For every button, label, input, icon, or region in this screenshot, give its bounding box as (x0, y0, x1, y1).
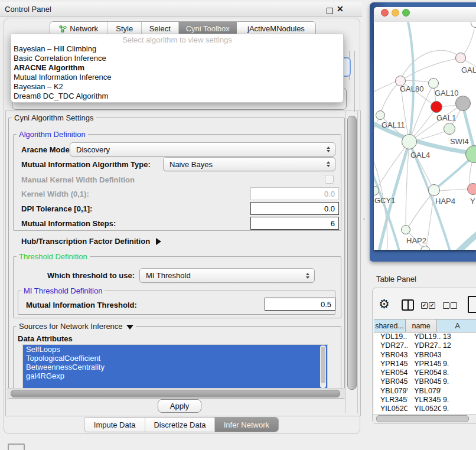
column-header-name[interactable]: name (406, 319, 437, 332)
control-panel-title: Control Panel (5, 5, 51, 14)
hub-definition-toggle[interactable]: Hub/Transcription Factor Definition (21, 236, 161, 246)
bottom-tab-discretize-data[interactable]: Discretize Data (145, 418, 214, 432)
network-node-label: GAL1 (436, 113, 456, 122)
network-node[interactable] (455, 96, 471, 111)
table-cell: YBR043C (407, 351, 441, 360)
settings-vscrollbar[interactable] (345, 111, 358, 413)
network-node-label: Y (470, 197, 475, 206)
table-cell: YBR043C (374, 351, 407, 360)
column-header-a[interactable]: A (437, 319, 476, 332)
tab-label: Cyni Toolbox (186, 24, 230, 33)
column-header-shared-[interactable]: shared... (374, 319, 406, 332)
network-node-hap2[interactable] (401, 225, 410, 234)
close-icon[interactable]: ✕ (337, 4, 344, 14)
table-row[interactable]: YPR145WYPR145W9. (374, 360, 476, 369)
dropdown-item[interactable]: Mutual Information Inference (13, 73, 341, 82)
network-node-hap4[interactable] (428, 184, 440, 196)
splitter-mark[interactable]: ‹ (363, 216, 365, 222)
network-icon (59, 25, 67, 32)
attributes-scrollbar[interactable] (320, 345, 326, 388)
dropdown-item[interactable]: Basic Correlation Inference (13, 54, 341, 63)
table-row[interactable]: YBR043CYBR043C (374, 351, 476, 360)
close-traffic-light-icon[interactable] (381, 9, 389, 17)
table-row[interactable]: YBR045CYBR045C9. (374, 377, 476, 386)
table-row[interactable]: YDR27...YDR27...12 (374, 341, 476, 350)
manual-kernel-checkbox[interactable] (325, 175, 334, 184)
bottom-tab-impute-data[interactable]: Impute Data (84, 418, 145, 432)
mi-type-select[interactable]: Naive Bayes (163, 157, 335, 171)
table-cell (441, 387, 476, 396)
minimize-traffic-light-icon[interactable] (392, 9, 399, 17)
groupbox-fragment-line (354, 51, 355, 112)
network-node-gal10[interactable] (428, 78, 439, 89)
attribute-item[interactable]: BetweennessCentrality (23, 363, 327, 371)
which-threshold-value: MI Threshold (140, 271, 306, 280)
dropdown-item[interactable]: Bayesian – K2 (13, 82, 341, 92)
deselect-all-checkbox-icon[interactable] (443, 302, 449, 309)
table-cell: 8. (441, 369, 476, 377)
dropdown-item[interactable]: Dream8 DC_TDC Algorithm (13, 92, 341, 101)
table-cell: YIL052C (407, 405, 441, 413)
attributes-scrollbar-thumb[interactable] (321, 347, 325, 383)
network-node-y[interactable] (467, 183, 476, 195)
sources-group-title[interactable]: Sources for Network Inference (17, 322, 136, 331)
settings-hscrollbar[interactable] (7, 388, 345, 399)
attribute-item[interactable]: gal4RGexp (23, 371, 327, 380)
network-node-gal1[interactable] (431, 101, 442, 113)
settings-hscrollbar-thumb[interactable] (11, 390, 340, 397)
zoom-traffic-light-icon[interactable] (402, 9, 410, 17)
table-cell: YER054C (374, 369, 407, 377)
data-attributes-list[interactable]: SelfLoopsTopologicalCoefficientBetweenne… (22, 344, 328, 390)
dropdown-item[interactable]: Bayesian – Hill Climbing (13, 44, 341, 54)
table-row[interactable]: YLR345WYLR345W9. (374, 396, 476, 405)
network-canvas[interactable]: GALGAL80GAL10GAL1GAL11SWI4GAL4GCY1HAP4YH… (374, 22, 476, 250)
select-all-checkbox-icon[interactable]: ✓ (421, 302, 428, 309)
aracne-mode-label: Aracne Mode: (21, 145, 72, 154)
stepper-arrows-icon (327, 146, 330, 152)
table-row[interactable]: YER054CYER054C8. (374, 369, 476, 377)
table-row[interactable]: YIL052CYIL052C9. (374, 405, 476, 413)
tab-label: Network (70, 24, 98, 33)
select-all-checkbox-icon[interactable]: ✓ (429, 302, 435, 309)
table-cell: YBR045C (374, 377, 407, 386)
settings-vscrollbar-thumb[interactable] (347, 116, 357, 390)
table-cell: 9. (441, 360, 476, 369)
mi-type-value: Naive Bayes (164, 160, 327, 169)
columns-icon[interactable] (402, 299, 414, 311)
which-threshold-label: Which threshold to use: (47, 271, 135, 280)
mi-steps-field[interactable]: 6 (250, 217, 339, 230)
attribute-item[interactable]: SelfLoops (23, 345, 327, 354)
network-node-swi4[interactable] (444, 123, 455, 135)
table-cell: 13 (441, 332, 476, 341)
table-cell: YBR045C (407, 377, 441, 386)
network-window-titlebar[interactable] (374, 7, 476, 22)
table-cell: YLR345W (374, 396, 407, 405)
network-node-gal[interactable] (455, 53, 466, 63)
expand-arrow-icon (156, 238, 161, 245)
table-hscrollbar-thumb[interactable] (376, 415, 469, 422)
bottom-tab-infer-network[interactable]: Infer Network (215, 418, 278, 432)
dropdown-item[interactable]: ARACNE Algorithm (13, 63, 341, 73)
algorithm-dropdown-popup: Select algorithm to view settings Bayesi… (11, 34, 344, 103)
gear-icon[interactable]: ⚙ (379, 297, 390, 311)
clipboard-icon[interactable] (468, 296, 476, 313)
which-threshold-select[interactable]: MI Threshold (139, 268, 315, 283)
mi-threshold-field[interactable]: 0.5 (265, 298, 335, 311)
table-row[interactable]: YBL079WYBL079W (374, 387, 476, 396)
tab-label: Style (116, 24, 133, 33)
dropdown-items: Bayesian – Hill ClimbingBasic Correlatio… (13, 44, 341, 101)
manual-kernel-label: Manual Kernel Width Definition (21, 175, 135, 184)
network-node-gal11[interactable] (376, 110, 385, 120)
apply-button[interactable]: Apply (158, 399, 201, 413)
tab-label: Select (149, 24, 171, 33)
attribute-item[interactable]: TopologicalCoefficient (23, 354, 327, 363)
kernel-width-field[interactable]: 0.0 (250, 187, 339, 200)
table-row[interactable]: YDL19...YDL19...13 (374, 332, 476, 341)
restore-icon[interactable] (327, 8, 333, 14)
aracne-mode-select[interactable]: Discovery (70, 142, 335, 156)
threshold-definition-title: Threshold Definition (17, 252, 90, 261)
deselect-all-checkbox-icon[interactable] (451, 302, 457, 309)
network-node-gal4[interactable] (402, 134, 417, 149)
float-panel-stub-button[interactable] (8, 444, 25, 450)
dpi-tolerance-field[interactable]: 0.0 (250, 202, 339, 215)
